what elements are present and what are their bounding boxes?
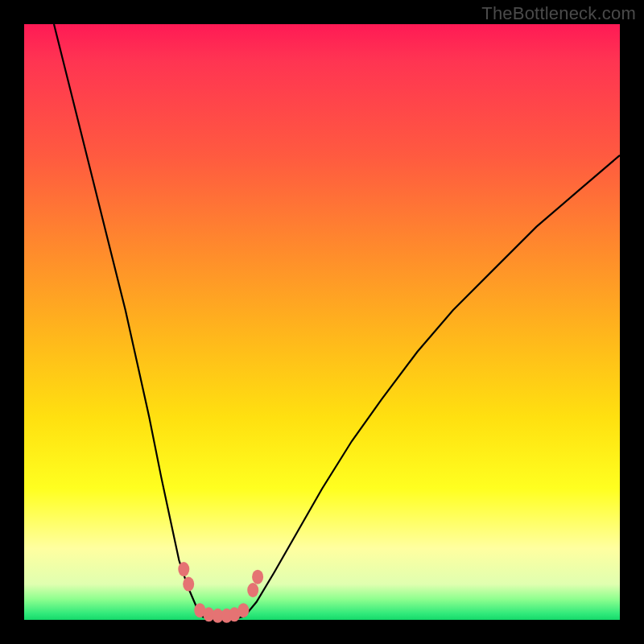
valley-marker	[237, 603, 249, 617]
plot-area	[24, 24, 620, 620]
bottleneck-curve	[54, 24, 620, 619]
outer-frame: TheBottleneck.com	[0, 0, 644, 644]
chart-svg	[24, 24, 620, 620]
valley-marker	[178, 562, 189, 576]
valley-marker	[183, 577, 194, 592]
valley-marker	[252, 570, 263, 584]
watermark-text: TheBottleneck.com	[481, 3, 636, 24]
valley-marker	[247, 583, 258, 597]
